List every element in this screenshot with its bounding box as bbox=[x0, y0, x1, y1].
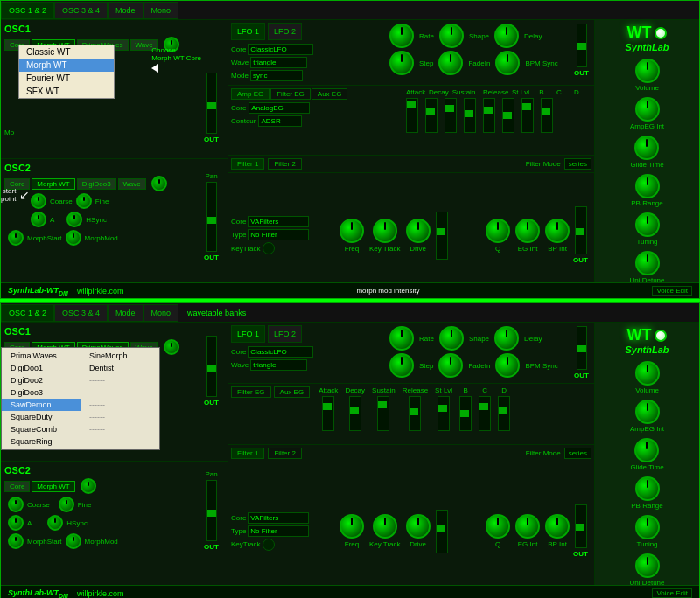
filter-drive-knob[interactable] bbox=[406, 219, 430, 243]
filter-freq-knob-2[interactable] bbox=[340, 514, 364, 539]
osc2-vslider-2[interactable] bbox=[206, 480, 217, 541]
c-slider-2[interactable] bbox=[479, 396, 491, 431]
release-slider-2[interactable] bbox=[409, 396, 421, 431]
filter-mode-value[interactable]: series bbox=[564, 158, 592, 170]
lfo-wave-select[interactable]: triangle bbox=[250, 57, 307, 68]
lfo-bpmsync-knob[interactable] bbox=[495, 51, 520, 75]
filtereg-tab[interactable]: Filter EG bbox=[270, 88, 311, 100]
osc1-wave-knob-2[interactable] bbox=[164, 339, 179, 355]
osc2-digidoo-btn[interactable]: DigiDoo3 bbox=[77, 178, 116, 190]
filter-keytrack-knob-2[interactable] bbox=[262, 539, 275, 551]
lfo2-tab-2[interactable]: LFO 2 bbox=[268, 325, 302, 343]
decay-slider-2[interactable] bbox=[349, 396, 361, 431]
lfo-core-select[interactable]: ClassicLFO bbox=[248, 44, 313, 55]
filter-type-select-2[interactable]: No Filter bbox=[248, 525, 309, 537]
osc2-vslider[interactable] bbox=[206, 182, 217, 252]
osc2-morphmod-knob[interactable] bbox=[66, 230, 81, 246]
filter1-tab[interactable]: Filter 1 bbox=[231, 158, 264, 170]
auxeg-tab-2[interactable]: Aux EG bbox=[274, 386, 311, 398]
filter-out-slider[interactable] bbox=[575, 206, 587, 254]
wt-squareduty[interactable]: SquareDuty bbox=[2, 411, 80, 423]
dd-classic-wt[interactable]: Classic WT bbox=[19, 45, 114, 59]
osc2-hsync-knob-2[interactable] bbox=[47, 515, 63, 531]
wt-dentist[interactable]: Dentist bbox=[80, 362, 159, 374]
osc2-fine-knob[interactable] bbox=[76, 193, 92, 209]
tuning-knob-1[interactable] bbox=[635, 212, 660, 237]
ampeg-core-select[interactable]: AnalogEG bbox=[248, 102, 310, 114]
wt-sawdemon[interactable]: SawDemon bbox=[2, 399, 80, 411]
filter1-tab-2[interactable]: Filter 1 bbox=[231, 448, 264, 459]
release-slider[interactable] bbox=[464, 98, 476, 133]
wt-sinemorph[interactable]: SineMorph bbox=[80, 350, 159, 362]
filter-mode-value-2[interactable]: series bbox=[564, 448, 592, 459]
filter-core-select[interactable]: VAFilters bbox=[248, 216, 309, 227]
filter-vslider[interactable] bbox=[436, 212, 448, 260]
lfo-step-knob-2[interactable] bbox=[389, 353, 414, 378]
filter-egint-knob-2[interactable] bbox=[515, 514, 540, 539]
decay-slider[interactable] bbox=[425, 98, 438, 133]
filter-keytrack-knob[interactable] bbox=[262, 242, 275, 254]
lfo-wave-select-2[interactable]: triangle bbox=[250, 359, 307, 371]
filter-out-slider-2[interactable] bbox=[575, 504, 587, 548]
lfo-fadein-knob-2[interactable] bbox=[438, 353, 463, 378]
lfo-vslider-2[interactable] bbox=[577, 326, 587, 370]
unidet-knob-1[interactable] bbox=[635, 251, 660, 275]
osc1-vslider[interactable] bbox=[206, 73, 217, 134]
glide-knob-1[interactable] bbox=[634, 136, 659, 160]
pbrange-knob-2[interactable] bbox=[635, 476, 660, 501]
osc2-morphwt-btn-2[interactable]: Morph WT bbox=[32, 481, 74, 492]
tab-osc12-1[interactable]: OSC 1 & 2 bbox=[1, 2, 54, 19]
lfo1-tab-2[interactable]: LFO 1 bbox=[231, 325, 265, 343]
filter-q-knob-2[interactable] bbox=[486, 514, 510, 539]
lfo1-tab[interactable]: LFO 1 bbox=[231, 23, 265, 40]
tuning-knob-2[interactable] bbox=[635, 515, 660, 539]
filter2-tab-2[interactable]: Filter 2 bbox=[268, 448, 301, 459]
lfo-shape-knob-2[interactable] bbox=[439, 326, 464, 351]
lfo-core-select-2[interactable]: ClassicLFO bbox=[248, 346, 313, 358]
d-slider[interactable] bbox=[541, 98, 553, 133]
osc2-morphstart-knob-2[interactable] bbox=[8, 533, 24, 549]
filtereg-tab-2[interactable]: Filter EG bbox=[231, 386, 271, 398]
tab-mode-2[interactable]: Mode bbox=[108, 304, 144, 322]
ampeg-knob-2[interactable] bbox=[635, 400, 660, 424]
volume-knob-2[interactable] bbox=[635, 361, 660, 386]
lfo-fadein-knob[interactable] bbox=[438, 51, 463, 75]
filter-bpint-knob-2[interactable] bbox=[545, 514, 570, 539]
auxeg-tab[interactable]: Aux EG bbox=[312, 88, 348, 100]
filter-drive-knob-2[interactable] bbox=[406, 514, 430, 539]
osc2-coarse-knob[interactable] bbox=[31, 193, 46, 209]
lfo-delay-knob[interactable] bbox=[494, 24, 519, 48]
filter-vslider-2[interactable] bbox=[436, 510, 448, 553]
filter-keytrack-knob2[interactable] bbox=[373, 219, 397, 243]
osc2-wave-knob[interactable] bbox=[151, 176, 167, 191]
lfo-vslider[interactable] bbox=[577, 24, 587, 67]
osc1-vslider-2[interactable] bbox=[206, 336, 217, 397]
attack-slider-2[interactable] bbox=[322, 396, 334, 431]
sustain-slider-2[interactable] bbox=[377, 396, 389, 431]
filter2-tab[interactable]: Filter 2 bbox=[268, 158, 301, 170]
filter-freq-knob[interactable] bbox=[340, 219, 364, 243]
lfo2-tab[interactable]: LFO 2 bbox=[268, 23, 302, 40]
filter-egint-knob[interactable] bbox=[515, 219, 540, 243]
unidet-knob-2[interactable] bbox=[635, 553, 660, 578]
osc2-hsync-knob[interactable] bbox=[66, 212, 82, 227]
dd-morph-wt[interactable]: Morph WT bbox=[19, 59, 114, 72]
filter-keytrack-knob3[interactable] bbox=[373, 514, 397, 539]
osc2-a-knob[interactable] bbox=[31, 212, 46, 227]
wt-digidoo2[interactable]: DigiDoo2 bbox=[2, 374, 80, 386]
wt-primalwaves[interactable]: PrimalWaves bbox=[2, 350, 80, 362]
tab-mono-2[interactable]: Mono bbox=[144, 304, 179, 322]
osc2-core-btn-2[interactable]: Core bbox=[4, 481, 30, 492]
lfo-rate-knob-2[interactable] bbox=[389, 326, 414, 351]
osc2-wave-knob-2[interactable] bbox=[80, 478, 96, 494]
glide-knob-2[interactable] bbox=[634, 438, 659, 462]
osc2-coarse-knob-2[interactable] bbox=[8, 497, 24, 512]
b-slider-2[interactable] bbox=[459, 396, 472, 431]
filter-q-knob[interactable] bbox=[486, 219, 510, 243]
d-slider-2[interactable] bbox=[498, 396, 510, 431]
dd-fourier-wt[interactable]: Fourier WT bbox=[19, 72, 114, 85]
c-slider[interactable] bbox=[522, 98, 534, 133]
voice-edit-btn-2[interactable]: Voice Edit bbox=[652, 588, 692, 598]
lfo-mode-select[interactable]: sync bbox=[250, 70, 303, 81]
filter-bpint-knob[interactable] bbox=[545, 219, 570, 243]
